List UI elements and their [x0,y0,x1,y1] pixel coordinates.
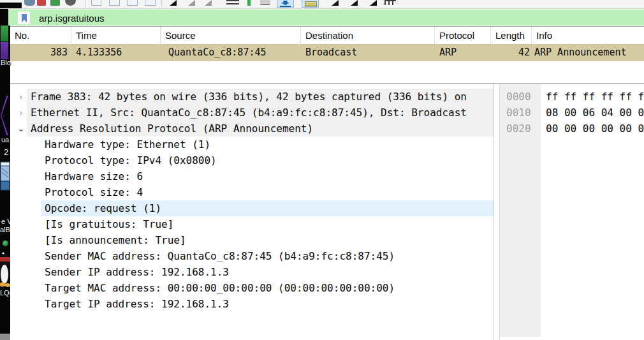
detail-row-protocol-type[interactable]: Protocol type: IPv4 (0x0800) [10,152,494,168]
capture-options-icon[interactable] [65,0,76,6]
go-back-icon[interactable] [188,0,195,6]
detail-row-text: Sender MAC address: QuantaCo_c8:87:45 (b… [45,248,395,264]
hex-offset: 0020 [506,121,531,137]
desktop-icon-fragment-green[interactable] [1,26,8,41]
collapse-arrow-icon[interactable]: ⌄ [16,121,26,137]
taskbar-sliver [0,334,10,340]
cell-time: 4.133356 [71,44,161,61]
detail-row-hardware-size[interactable]: Hardware size: 6 [10,168,494,184]
wireshark-fin-icon[interactable] [24,0,35,6]
desktop-icon-label: Blo [1,59,11,66]
column-header-source[interactable]: Source [161,27,301,44]
go-to-packet-icon[interactable] [226,0,239,4]
wireshark-screen: Blo ua 2 e V alB LQ( [0,0,644,340]
colorize-toggle-icon[interactable] [302,0,319,8]
detail-row-protocol-size[interactable]: Protocol size: 4 [10,184,494,200]
zoom-reset-icon[interactable] [370,0,377,6]
column-header-no[interactable]: No. [10,27,71,44]
resize-columns-icon[interactable] [384,0,396,5]
autoscroll-toggle-icon[interactable] [277,0,294,8]
hex-row[interactable]: 0010 08 00 06 04 00 0 [500,105,644,121]
hex-bytes: 08 00 06 04 00 0 [546,105,644,121]
expand-arrow-icon[interactable]: › [16,105,26,121]
detail-row-frame[interactable]: › Frame 383: 42 bytes on wire (336 bits)… [10,89,494,105]
cell-source: QuantaCo_c8:87:45 [161,44,301,61]
detail-row-is-gratuitous[interactable]: [Is gratuitous: True] [10,216,494,232]
stop-capture-icon[interactable] [37,0,46,6]
column-header-info[interactable]: Info [532,27,644,44]
detail-row-text: Target MAC address: 00:00:00_00:00:00 (0… [45,280,395,296]
desktop-icon-chevron[interactable] [1,96,8,135]
detail-row-text: [Is gratuitous: True] [45,216,173,232]
desktop-icon-label: 2 [4,147,8,157]
desktop-icon-printer[interactable] [0,161,10,198]
reload-file-icon[interactable] [145,0,156,6]
detail-row-target-ip[interactable]: Target IP address: 192.168.1.3 [10,296,494,312]
desktop-icon-label: alB [0,226,10,233]
detail-row-text: Protocol size: 4 [45,184,143,200]
main-toolbar [0,0,644,9]
go-forward-icon[interactable] [205,0,212,6]
cell-protocol: ARP [435,44,491,61]
save-file-icon[interactable] [109,0,120,6]
bookmark-icon [22,14,27,22]
column-header-length[interactable]: Length [491,27,532,44]
packet-list-header: No. Time Source Destination Protocol Len… [10,27,644,44]
toolbar-separator [85,0,85,6]
desktop-icon-green-dot[interactable] [3,240,8,246]
detail-row-target-mac[interactable]: Target MAC address: 00:00:00_00:00:00 (0… [10,280,494,296]
cell-no: 383 [10,44,71,61]
detail-row-ethernet[interactable]: › Ethernet II, Src: QuantaCo_c8:87:45 (b… [10,105,494,121]
display-filter-bar [8,9,644,26]
desktop-icon-penguin[interactable] [0,248,10,287]
display-filter-input[interactable] [34,10,421,26]
column-header-time[interactable]: Time [71,27,161,44]
hex-bytes: ff ff ff ff ff f [546,89,644,105]
detail-row-is-announcement[interactable]: [Is announcement: True] [10,232,494,248]
detail-row-text: Sender IP address: 192.168.1.3 [45,264,229,280]
detail-row-text: Ethernet II, Src: QuantaCo_c8:87:45 (b4:… [31,105,467,121]
go-to-last-icon[interactable] [260,0,270,5]
hex-offset: 0010 [506,105,531,121]
hex-row[interactable]: 0020 00 00 00 00 00 0 [500,121,644,137]
detail-row-text: Opcode: request (1) [45,200,161,216]
hex-offset: 0000 [506,89,531,105]
hex-bytes: 00 00 00 00 00 0 [546,121,644,137]
detail-row-text: Address Resolution Protocol (ARP Announc… [31,121,313,137]
desktop-icon-fragment-purple[interactable] [1,42,8,59]
autoscroll-arrow-glyph [281,1,289,5]
packet-row-selected[interactable]: 383 4.133356 QuantaCo_c8:87:45 Broadcast… [10,44,644,61]
desktop-icon-label: ua [1,136,9,144]
close-file-icon[interactable] [127,0,138,6]
column-header-protocol[interactable]: Protocol [435,27,491,44]
detail-row-text: Hardware type: Ethernet (1) [45,137,210,152]
detail-row-sender-ip[interactable]: Sender IP address: 192.168.1.3 [10,264,494,280]
detail-row-sender-mac[interactable]: Sender MAC address: QuantaCo_c8:87:45 (b… [10,248,494,264]
pane-splitter[interactable] [10,83,644,84]
toolbar-separator [161,0,162,6]
packet-detail-pane: › Frame 383: 42 bytes on wire (336 bits)… [10,84,494,340]
detail-row-text: Protocol type: IPv4 (0x0800) [45,152,217,168]
detail-row-text: Target IP address: 192.168.1.3 [45,296,229,312]
restart-capture-icon[interactable] [50,0,60,6]
expand-arrow-icon[interactable]: › [16,89,26,105]
zoom-in-icon[interactable] [332,0,339,6]
find-packet-icon[interactable] [170,0,177,6]
detail-row-hardware-type[interactable]: Hardware type: Ethernet (1) [10,137,494,152]
cell-info: ARP Announcement [532,44,644,61]
colorize-stripes-glyph [305,1,317,7]
detail-row-arp[interactable]: ⌄ Address Resolution Protocol (ARP Annou… [10,121,494,137]
detail-row-text: [Is announcement: True] [45,232,186,248]
detail-row-text: Hardware size: 6 [45,168,143,184]
cell-destination: Broadcast [301,44,435,61]
desktop-corner-fragment [0,3,22,8]
detail-row-text: Frame 383: 42 bytes on wire (336 bits), … [31,89,467,105]
filter-bookmark-button[interactable] [18,11,30,24]
detail-row-opcode-selected[interactable]: Opcode: request (1) [10,200,494,216]
open-file-icon[interactable] [91,0,101,6]
column-header-destination[interactable]: Destination [301,27,435,44]
marker-icon[interactable] [247,0,251,6]
cell-length: 42 [491,44,532,61]
hex-row[interactable]: 0000 ff ff ff ff ff f [500,89,644,105]
zoom-out-icon[interactable] [351,0,358,6]
